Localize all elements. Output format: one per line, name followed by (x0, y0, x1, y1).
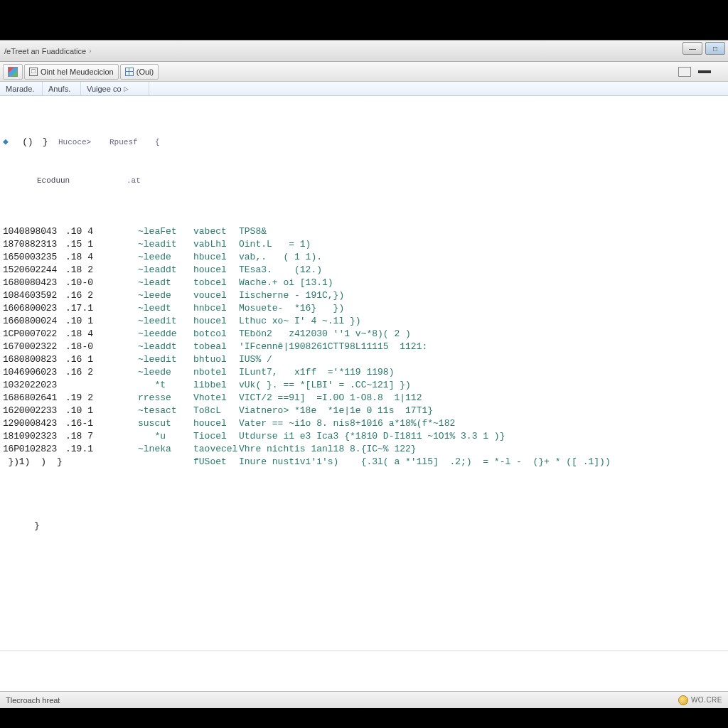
code-row[interactable]: 1520602244.18 2~leaddthoucelTEsa3. (12.) (3, 264, 728, 277)
row-op: ~leede (138, 251, 193, 264)
code-row[interactable]: 1040898043.10 4~leaFetvabectTPS8& (3, 225, 728, 238)
code-row[interactable]: 1870882313.15 1~leaditvabLhlOint.L = 1) (3, 238, 728, 251)
code-row[interactable]: 16P0102823.19.1~lnekataovecelVhre nichti… (3, 443, 728, 456)
toolbar-right (678, 67, 725, 77)
code-row[interactable]: 1046906023.16 2~leedenbotelILunt7, x1ff … (3, 366, 728, 379)
col-header-3[interactable]: Vuigee co ▷ (81, 82, 149, 95)
row-reg: botcol (193, 328, 239, 341)
code-row[interactable]: 1290008423.16-1suscuthoucelVater == ~i1o… (3, 417, 728, 430)
row-offset: .18-0 (65, 341, 97, 353)
toolbar-btn-app[interactable] (3, 64, 23, 80)
row-offset: .18 4 (65, 251, 97, 264)
row-id: 1870882313 (3, 238, 65, 251)
row-op: ~leede (138, 366, 193, 379)
row-offset: .10 4 (65, 225, 97, 238)
row-op: *t (138, 379, 193, 392)
toolbar-mini-2[interactable] (698, 70, 711, 73)
toolbar-mini-1[interactable] (678, 67, 691, 77)
row-args: Lthuc xo~ I' 4 ~.1l }) (239, 315, 361, 328)
path-text: /eTreet an Fuaddicatice (4, 47, 86, 55)
row-offset (65, 456, 97, 469)
col-header-2[interactable]: Anufs. (43, 82, 81, 95)
row-gap (97, 302, 138, 315)
row-gap (97, 366, 138, 379)
row-id: 1CP0007022 (3, 328, 65, 341)
code-row[interactable]: 1620002233.10 1~tesactTo8cLViatnero> *18… (3, 405, 728, 417)
minimize-icon: — (689, 45, 696, 53)
row-op: *u (138, 430, 193, 443)
row-gap (97, 238, 138, 251)
code-row[interactable]: 1650003235.18 4~leedehbucelvab,. ( 1 1). (3, 251, 728, 264)
row-offset: .19 2 (65, 392, 97, 405)
row-reg: tobeal (193, 341, 239, 353)
app-window: /eTreet an Fuaddicatice › — □ Oint hel M… (0, 40, 728, 708)
row-id: 1680800823 (3, 353, 65, 366)
row-reg: houcel (193, 264, 239, 277)
row-gap (97, 251, 138, 264)
row-op: ~lneka (138, 443, 193, 456)
row-args: 'IFcennê|1908261CTT98L11115 1121: (239, 341, 427, 353)
code-row[interactable]: 1810902323.18 7 *uTiocelUtdurse i1 e3 Ic… (3, 430, 728, 443)
row-reg: bhtuol (193, 353, 239, 366)
code-row[interactable]: 1CP0007022.18 4~leeddebotcolTEbön2 z4120… (3, 328, 728, 341)
row-id: 1032022023 (3, 379, 65, 392)
row-args: Vater == ~i1o 8. nis8+1016 a*18%(f*~182 (239, 417, 455, 430)
row-reg: fUSoet (193, 456, 239, 469)
column-header: Marade. Anufs. Vuigee co ▷ (0, 82, 728, 96)
minimize-button[interactable]: — (682, 42, 702, 55)
status-text: Tlecroach hreat (6, 696, 60, 705)
toolbar-btn-grid[interactable]: (Oui) (120, 64, 159, 80)
play-icon: ▷ (124, 85, 129, 92)
row-gap (97, 264, 138, 277)
chevron-right-icon: › (89, 47, 91, 55)
code-tail: } (3, 520, 728, 532)
grid-icon (125, 68, 134, 76)
code-row[interactable]: 1670002322.18-0~leaddttobeal'IFcennê|190… (3, 341, 728, 353)
code-row[interactable]: 1680800823.16 1~leeditbhtuolIUS% / (3, 353, 728, 366)
row-reg: houcel (193, 315, 239, 328)
code-row[interactable]: 1680080423.10-0~leadttobcelWache.+ oi [1… (3, 277, 728, 289)
code-row[interactable]: 1084603592.16 2~leedevoucelIischerne - 1… (3, 289, 728, 302)
code-header-2: Ecoduun .at (3, 174, 728, 187)
maximize-button[interactable]: □ (705, 42, 725, 55)
row-gap (97, 225, 138, 238)
row-op: ~leaFet (138, 225, 193, 238)
row-offset: .18 2 (65, 264, 97, 277)
window-controls: — □ (682, 42, 725, 55)
row-gap (97, 341, 138, 353)
row-op: rresse (138, 392, 193, 405)
code-row[interactable]: })1) ) } fUSoetInure nustivi'i's) {.3l( … (3, 456, 728, 469)
row-args: Mosuete- *16} }) (239, 302, 344, 315)
code-row[interactable]: 1660800024.10 1~leedithoucelLthuc xo~ I'… (3, 315, 728, 328)
toolbar-btn-stop[interactable]: Oint hel Meudecicion (24, 64, 119, 80)
row-op: ~leedit (138, 315, 193, 328)
maximize-icon: □ (713, 45, 717, 53)
code-row[interactable]: 1686802641.19 2rresseVhotelVICT/2 ==9l] … (3, 392, 728, 405)
row-offset: .10-0 (65, 277, 97, 289)
breadcrumb[interactable]: /eTreet an Fuaddicatice › (4, 47, 92, 55)
row-gap (97, 405, 138, 417)
code-row[interactable]: 1606800023.17.1~leedthnbcelMosuete- *16}… (3, 302, 728, 315)
row-offset: .18 4 (65, 328, 97, 341)
code-row[interactable]: 1032022023 *tlibbelvUk( }. == *[LBI' = .… (3, 379, 728, 392)
brand: WO.CRE (678, 695, 722, 705)
editor-area[interactable]: ◆ () } Hucoce> Rpuesf { Ecoduun .at 1040… (0, 96, 728, 691)
row-args: IUS% / (239, 353, 272, 366)
row-gap (97, 379, 138, 392)
row-reg: Tiocel (193, 430, 239, 443)
toolbar-btn-label: Oint hel Meudecicion (41, 68, 114, 76)
row-op: suscut (138, 417, 193, 430)
row-gap (97, 353, 138, 366)
row-id: 1606800023 (3, 302, 65, 315)
row-args: ILunt7, x1ff ='*119 1198) (239, 366, 394, 379)
col-header-1[interactable]: Marade. (0, 82, 43, 95)
row-reg: vabect (193, 225, 239, 238)
row-args: vUk( }. == *[LBI' = .CC~121] }) (239, 379, 411, 392)
row-offset: .17.1 (65, 302, 97, 315)
row-op: ~tesact (138, 405, 193, 417)
title-bar[interactable]: /eTreet an Fuaddicatice › — □ (0, 41, 728, 62)
row-reg: nbotel (193, 366, 239, 379)
bullet-icon: ◆ (3, 136, 11, 149)
code-header-1: ◆ () } Hucoce> Rpuesf { (3, 136, 728, 149)
code-pane: ◆ () } Hucoce> Rpuesf { Ecoduun .at 1040… (0, 96, 728, 571)
